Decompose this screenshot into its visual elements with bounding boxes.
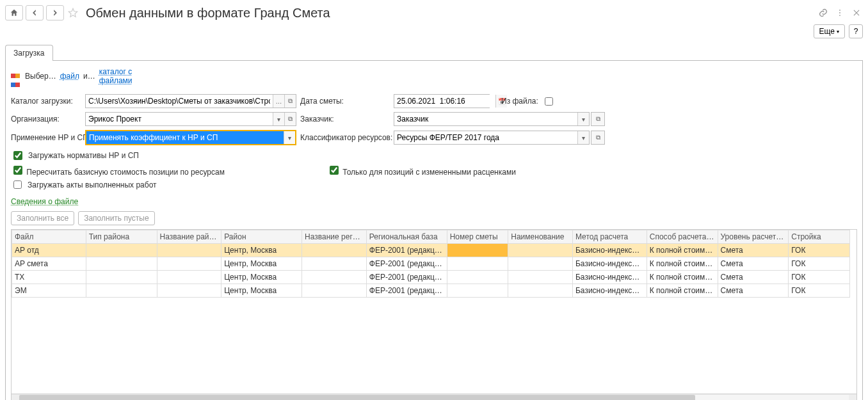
col-header[interactable]: Наименование xyxy=(508,230,573,244)
open-ext-button[interactable]: ⧉ xyxy=(591,112,605,126)
col-header[interactable]: Район xyxy=(221,230,302,244)
org-input[interactable] xyxy=(86,113,273,125)
classifier-field[interactable]: ▾ xyxy=(394,131,590,145)
label-classifier: Классификатор ресурсов: xyxy=(300,133,390,142)
load-dir-field[interactable]: … ⧉ xyxy=(85,94,296,108)
org-field[interactable]: ▾ ⧉ xyxy=(85,112,296,126)
chk-load-acts-label: Загружать акты выполненных работ xyxy=(28,180,157,189)
col-header[interactable]: Название района xyxy=(157,230,221,244)
table-row[interactable]: ЭМЦентр, МоскваФЕР-2001 (редакция …Базис… xyxy=(12,284,850,298)
dropdown-button[interactable]: ▾ xyxy=(577,131,589,144)
customer-field[interactable]: ▾ xyxy=(394,112,590,126)
nr-sp-input[interactable] xyxy=(86,131,284,144)
col-header[interactable]: Способ расчета и… xyxy=(647,230,718,244)
home-button[interactable] xyxy=(5,5,23,20)
chk-recalc[interactable] xyxy=(13,166,22,175)
forward-button[interactable] xyxy=(46,5,64,20)
col-header[interactable]: Название региона xyxy=(302,230,367,244)
label-date: Дата сметы: xyxy=(300,97,390,106)
select-label: Выбер… xyxy=(25,72,56,81)
nr-sp-field[interactable]: ▾ xyxy=(85,130,296,145)
ellipsis-button[interactable]: … xyxy=(273,95,284,108)
h-scrollbar[interactable] xyxy=(11,394,857,400)
label-from-file: Из файла: xyxy=(501,97,538,106)
file-color-icon xyxy=(11,71,21,81)
svg-point-1 xyxy=(839,12,840,13)
table-row[interactable]: АР отдЦентр, МоскваФЕР-2001 (редакция …Б… xyxy=(12,244,850,257)
fill-empty-button[interactable]: Заполнить пустые xyxy=(78,211,154,225)
chk-load-acts[interactable] xyxy=(13,180,22,189)
link-icon[interactable] xyxy=(817,6,830,19)
load-dir-input[interactable] xyxy=(86,95,273,108)
label-org: Организация: xyxy=(11,115,81,124)
help-button[interactable]: ? xyxy=(849,24,863,38)
open-ext-button[interactable]: ⧉ xyxy=(591,131,605,145)
tab-load[interactable]: Загрузка xyxy=(5,45,53,61)
main-pane: Выбер… файл и… каталог с файлами Каталог… xyxy=(5,61,863,400)
table-row[interactable]: АР сметаЦентр, МоскваФЕР-2001 (редакция … xyxy=(12,257,850,271)
folder-link[interactable]: каталог с файлами xyxy=(99,67,144,85)
more-button[interactable]: Еще ▾ xyxy=(814,24,845,38)
label-load-dir: Каталог загрузки: xyxy=(11,97,81,106)
label-nr-sp: Применение НР и СП: xyxy=(11,133,81,142)
titlebar: Обмен данными в формате Гранд Смета xyxy=(5,5,863,20)
col-header[interactable]: Уровень расчета … xyxy=(718,230,789,244)
open-button[interactable]: ⧉ xyxy=(284,113,296,125)
chk-only-changed[interactable] xyxy=(330,166,339,175)
chk-recalc-label: Пересчитать базисную стоимость позиции п… xyxy=(26,168,225,177)
form-grid: Каталог загрузки: … ⧉ Дата сметы: 📅 Из ф… xyxy=(11,94,857,145)
page-title: Обмен данными в формате Гранд Смета xyxy=(86,6,814,20)
chk-load-norms-label: Загружать нормативы НР и СП xyxy=(28,151,139,160)
checkboxes: Загружать нормативы НР и СП Пересчитать … xyxy=(11,149,857,191)
customer-input[interactable] xyxy=(394,113,577,125)
date-input[interactable] xyxy=(394,95,495,108)
or-label: и… xyxy=(83,72,95,81)
back-button[interactable] xyxy=(26,5,44,20)
file-link[interactable]: файл xyxy=(60,72,79,81)
file-chooser-line: Выбер… файл и… каталог с файлами xyxy=(11,67,857,85)
col-header[interactable]: Номер сметы xyxy=(447,230,508,244)
date-field[interactable]: 📅 xyxy=(394,94,490,108)
star-icon[interactable] xyxy=(67,6,79,19)
table-row[interactable]: ТХЦентр, МоскваФЕР-2001 (редакция …Базис… xyxy=(12,271,850,284)
table-wrap: ФайлТип районаНазвание районаРайонНазван… xyxy=(11,229,857,394)
open-button[interactable]: ⧉ xyxy=(284,95,296,108)
file-info-link[interactable]: Сведения о файле xyxy=(11,197,78,206)
chk-load-norms[interactable] xyxy=(13,151,22,160)
top-actions: Еще ▾ ? xyxy=(5,24,863,38)
chk-only-changed-label: Только для позиций с измененными расценк… xyxy=(342,168,516,177)
tabs: Загрузка xyxy=(5,45,863,61)
from-file-checkbox[interactable] xyxy=(545,97,553,106)
files-table[interactable]: ФайлТип районаНазвание районаРайонНазван… xyxy=(12,230,850,298)
dropdown-button[interactable]: ▾ xyxy=(577,113,589,125)
col-header[interactable]: Метод расчета xyxy=(572,230,647,244)
col-header[interactable]: Стройка xyxy=(789,230,850,244)
close-icon[interactable] xyxy=(850,6,863,19)
label-customer: Заказчик: xyxy=(300,115,390,124)
dropdown-button[interactable]: ▾ xyxy=(273,113,284,125)
kebab-icon[interactable] xyxy=(833,6,846,19)
dropdown-button[interactable]: ▾ xyxy=(284,131,295,144)
col-header[interactable]: Региональная база xyxy=(366,230,447,244)
svg-point-0 xyxy=(839,10,840,11)
col-header[interactable]: Файл xyxy=(12,230,86,244)
classifier-input[interactable] xyxy=(394,131,577,144)
action-row: Заполнить все Заполнить пустые xyxy=(11,211,857,225)
fill-all-button[interactable]: Заполнить все xyxy=(11,211,74,225)
svg-point-2 xyxy=(839,15,840,16)
col-header[interactable]: Тип района xyxy=(86,230,157,244)
